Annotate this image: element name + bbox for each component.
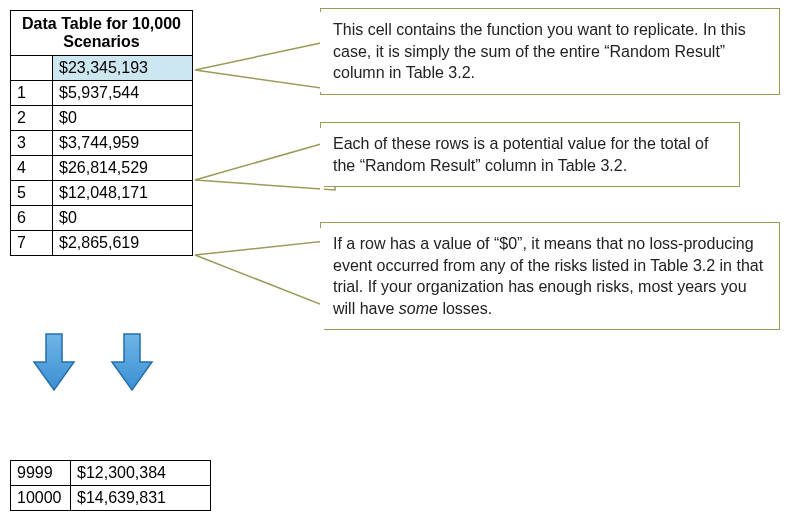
- row-index: 5: [11, 181, 53, 206]
- down-arrow-icon: [110, 330, 154, 394]
- row-value: $12,300,384: [71, 461, 211, 486]
- row-value: $5,937,544: [53, 81, 193, 106]
- down-arrow-icon: [32, 330, 76, 394]
- header-value-cell: $23,345,193: [53, 56, 193, 81]
- callout-pointer-icon: [195, 35, 335, 105]
- row-index: 9999: [11, 461, 71, 486]
- table-row: 2 $0: [11, 106, 193, 131]
- row-value: $12,048,171: [53, 181, 193, 206]
- table-row: 6 $0: [11, 206, 193, 231]
- row-value: $0: [53, 106, 193, 131]
- row-index: 6: [11, 206, 53, 231]
- table-row: 10000 $14,639,831: [11, 486, 211, 511]
- row-value: $0: [53, 206, 193, 231]
- row-value: $26,814,529: [53, 156, 193, 181]
- table-row: 3 $3,744,959: [11, 131, 193, 156]
- svg-marker-1: [195, 140, 335, 190]
- callout-pointer-icon: [195, 235, 335, 325]
- table-title: Data Table for 10,000 Scenarios: [11, 11, 193, 56]
- row-value: $2,865,619: [53, 231, 193, 256]
- row-index: 2: [11, 106, 53, 131]
- row-index: 10000: [11, 486, 71, 511]
- callout-text: losses.: [438, 300, 492, 317]
- callout-zero-value: If a row has a value of “$0”, it means t…: [320, 222, 780, 330]
- pointer-mask: [320, 128, 324, 198]
- table-row: 5 $12,048,171: [11, 181, 193, 206]
- callout-text: This cell contains the function you want…: [333, 21, 746, 81]
- table-row: 1 $5,937,544: [11, 81, 193, 106]
- table-row: 4 $26,814,529: [11, 156, 193, 181]
- table-row: 9999 $12,300,384: [11, 461, 211, 486]
- callout-pointer-icon: [195, 135, 335, 205]
- svg-marker-0: [195, 40, 335, 90]
- svg-marker-2: [195, 240, 335, 310]
- scenario-data-table-tail: 9999 $12,300,384 10000 $14,639,831: [10, 460, 211, 511]
- callout-header-cell: This cell contains the function you want…: [320, 8, 780, 95]
- row-index: 7: [11, 231, 53, 256]
- row-index: 3: [11, 131, 53, 156]
- row-value: $3,744,959: [53, 131, 193, 156]
- callout-text-emphasis: some: [399, 300, 438, 317]
- callout-text: If a row has a value of “$0”, it means t…: [333, 235, 763, 317]
- callout-rows: Each of these rows is a potential value …: [320, 122, 740, 187]
- row-index: 1: [11, 81, 53, 106]
- row-index: 4: [11, 156, 53, 181]
- scenario-data-table: Data Table for 10,000 Scenarios $23,345,…: [10, 10, 193, 256]
- callout-text: Each of these rows is a potential value …: [333, 135, 708, 174]
- header-index-cell: [11, 56, 53, 81]
- pointer-mask: [320, 228, 324, 348]
- pointer-mask: [320, 12, 324, 92]
- table-row: 7 $2,865,619: [11, 231, 193, 256]
- row-value: $14,639,831: [71, 486, 211, 511]
